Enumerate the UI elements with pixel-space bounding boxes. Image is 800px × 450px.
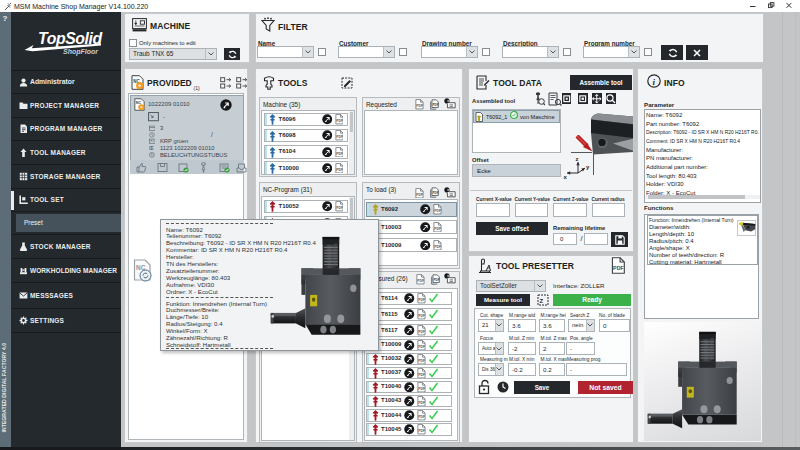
svg-text:PDF: PDF	[418, 314, 425, 318]
svg-text:PDF: PDF	[418, 359, 425, 363]
svg-text:PDF: PDF	[417, 279, 424, 283]
svg-text:Z: Z	[540, 298, 544, 304]
svg-text:PDF: PDF	[434, 245, 441, 249]
svg-text:Œ: Œ	[149, 146, 154, 151]
svg-text:PDF: PDF	[336, 168, 343, 172]
svg-text:PDF: PDF	[433, 278, 439, 282]
svg-text:PDF: PDF	[432, 191, 438, 195]
svg-text:PDF: PDF	[418, 429, 425, 433]
svg-text:i: i	[653, 77, 656, 87]
svg-text:PDF: PDF	[336, 152, 343, 156]
svg-text:PDF: PDF	[432, 103, 438, 107]
svg-text:PDF: PDF	[613, 265, 624, 271]
svg-text:PDF: PDF	[418, 330, 425, 334]
svg-text:D: D	[150, 152, 153, 157]
svg-text:PDF: PDF	[416, 193, 423, 197]
svg-text:PDF: PDF	[416, 104, 423, 108]
svg-text:PDF: PDF	[336, 136, 343, 140]
svg-text:PDF: PDF	[418, 401, 425, 405]
svg-text:PDF: PDF	[418, 345, 425, 349]
svg-text:PDF: PDF	[434, 209, 441, 213]
svg-text:PDF: PDF	[336, 119, 343, 123]
svg-text:z: z	[576, 156, 579, 162]
svg-text:PDF: PDF	[418, 415, 425, 419]
svg-text:PDF: PDF	[418, 298, 425, 302]
svg-text:y: y	[586, 164, 590, 170]
svg-text:PDF: PDF	[418, 373, 425, 377]
svg-text:PDF: PDF	[418, 387, 425, 391]
svg-text:x: x	[564, 174, 568, 180]
svg-text:PDF: PDF	[336, 206, 343, 210]
svg-text:PDF: PDF	[434, 227, 441, 231]
